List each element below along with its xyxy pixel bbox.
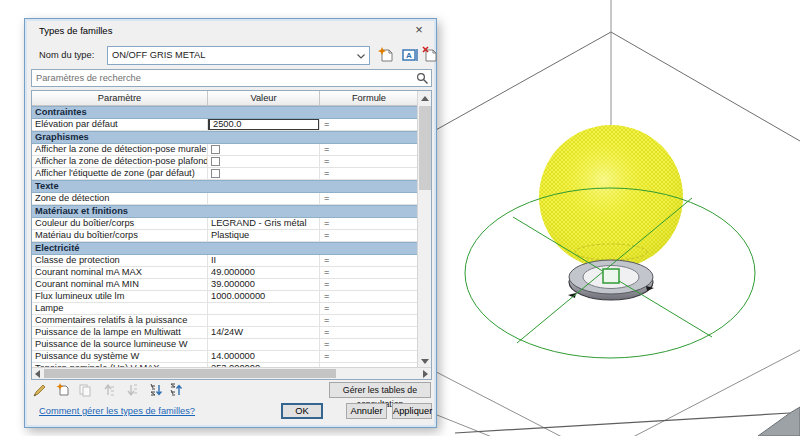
param-value-cell[interactable]: 49.000000 [208,267,320,278]
param-row: Classe de protectionII= [32,255,418,267]
edit-pencil-icon[interactable] [33,383,47,397]
param-value-cell[interactable] [208,168,320,179]
param-value-cell[interactable] [208,315,320,326]
param-row: Courant nominal mA MAX49.000000= [32,267,418,279]
param-row: Matériau du boîtier/corpsPlastique= [32,230,418,242]
move-down-icon[interactable] [124,383,138,397]
new-type-icon[interactable] [377,46,395,64]
scroll-down-icon[interactable] [421,359,429,364]
horizontal-scrollbar[interactable] [32,367,431,379]
scroll-up-icon[interactable] [421,96,429,101]
param-value-cell[interactable] [208,193,320,204]
param-value-cell[interactable]: Plastique [208,230,320,241]
param-row: Puissance du système W14.000000= [32,351,418,363]
param-formula: = [320,156,418,167]
value-input[interactable]: 2500.0 [208,119,320,130]
param-row: Puissance de la lampe en Multiwatt14/24W… [32,327,418,339]
param-label: Lampe [32,303,208,314]
param-label: Puissance de la lampe en Multiwatt [32,327,208,338]
dialog-titlebar[interactable]: Types de familles × [25,19,436,41]
param-formula: = [320,339,418,350]
param-formula: = [320,303,418,314]
vertical-scrollbar[interactable] [417,91,431,368]
param-label: Afficher la zone de détection-pose mural… [32,144,208,155]
search-input[interactable] [32,70,431,86]
param-label: Couleur du boîtier/corps [32,218,208,229]
fixture-origin-handle[interactable] [603,269,619,283]
param-row: Commentaires relatifs à la puissance= [32,315,418,327]
section-header-row: Matériaux et finitions [32,205,418,218]
section-header-row: Contraintes [32,106,418,119]
scroll-left-icon[interactable] [35,370,40,378]
param-formula: = [320,193,418,204]
help-link[interactable]: Comment gérer les types de familles? [39,406,195,416]
duplicate-parameter-icon[interactable] [78,383,92,397]
floor-slab-corner [455,407,800,436]
move-up-icon[interactable] [101,383,115,397]
section-header-row: Electricité [32,242,418,255]
param-row: Afficher l'étiquette de zone (par défaut… [32,168,418,180]
column-header-parameter[interactable]: Paramètre [32,91,208,105]
family-types-dialog: Types de familles × Nom du type: ON/OFF … [24,18,437,428]
parameter-table: Paramètre Valeur Formule ContraintesElév… [31,90,432,380]
new-parameter-icon[interactable] [56,383,70,397]
manage-lookup-tables-button[interactable]: Gérer les tables de consultation [329,382,431,398]
section-header-row: Graphismes [32,131,418,144]
checkbox[interactable] [211,145,220,154]
param-formula: = [320,119,418,130]
param-row: Lampe= [32,303,418,315]
param-row: Courant nominal mA MIN39.000000= [32,279,418,291]
column-header-value[interactable]: Valeur [208,91,320,105]
param-formula: = [320,351,418,362]
param-label: Afficher l'étiquette de zone (par défaut… [32,168,208,179]
param-value-cell[interactable] [208,144,320,155]
floor-reference-planes [415,350,800,436]
checkbox[interactable] [211,169,220,178]
param-value-cell[interactable]: 39.000000 [208,279,320,290]
param-label: Puissance du système W [32,351,208,362]
param-formula: = [320,218,418,229]
param-row: Couleur du boîtier/corpsLEGRAND - Gris m… [32,218,418,230]
param-row: Afficher la zone de détection-pose plafo… [32,156,418,168]
param-value-cell[interactable]: 2500.0 [208,119,320,130]
close-icon[interactable]: × [411,22,427,38]
param-row: Flux lumineux utile lm1000.000000= [32,291,418,303]
search-icon [416,72,429,85]
parameter-search [31,69,432,87]
param-label: Commentaires relatifs à la puissance [32,315,208,326]
apply-button[interactable]: Appliquer [392,403,432,419]
param-value-cell[interactable] [208,339,320,350]
param-table-body: ContraintesElévation par défaut2500.0=Gr… [32,106,418,368]
param-label: Elévation par défaut [32,119,208,130]
sort-descending-icon[interactable] [169,383,183,397]
ok-button[interactable]: OK [281,403,323,419]
table-header: Paramètre Valeur Formule [32,91,418,106]
param-value-cell[interactable]: 14.000000 [208,351,320,362]
param-value-cell[interactable]: LEGRAND - Gris métal [208,218,320,229]
checkbox[interactable] [211,157,220,166]
cancel-button[interactable]: Annuler [346,403,387,419]
scroll-right-icon[interactable] [423,370,428,378]
rename-type-icon[interactable]: A [401,46,419,64]
param-value-cell[interactable]: 14/24W [208,327,320,338]
param-value-cell[interactable] [208,303,320,314]
param-label: Afficher la zone de détection-pose plafo… [32,156,208,167]
param-row: Afficher la zone de détection-pose mural… [32,144,418,156]
vertical-scroll-thumb[interactable] [419,106,431,190]
type-name-label: Nom du type: [39,50,94,60]
horizontal-scroll-thumb[interactable] [44,369,336,378]
type-name-select[interactable]: ON/OFF GRIS METAL [107,46,370,65]
photometric-sphere[interactable] [539,125,683,279]
param-formula: = [320,230,418,241]
param-value-cell[interactable]: 1000.000000 [208,291,320,302]
param-value-cell[interactable] [208,156,320,167]
param-label: Puissance de la source lumineuse W [32,339,208,350]
param-row: Zone de détection= [32,193,418,205]
delete-type-icon[interactable] [421,46,439,64]
column-header-formula[interactable]: Formule [320,91,418,105]
dialog-title: Types de familles [39,25,112,36]
param-formula: = [320,327,418,338]
svg-text:A: A [406,51,412,60]
param-value-cell[interactable]: II [208,255,320,266]
sort-ascending-icon[interactable] [149,383,163,397]
